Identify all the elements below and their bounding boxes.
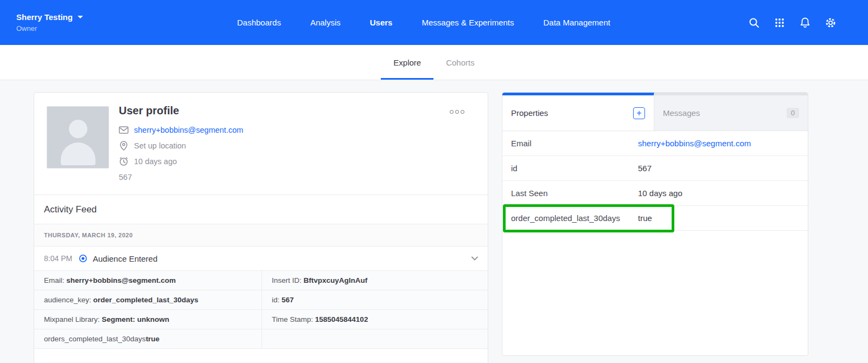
user-profile-card: User profile sherry+bobbins@segment.com …: [34, 92, 488, 363]
profile-last-seen: 10 days ago: [134, 157, 177, 166]
event-detail-cell: Insert ID: BftvpxcuyAgInAuf: [261, 271, 488, 290]
tab-properties-label: Properties: [511, 108, 548, 118]
apps-grid-icon[interactable]: [774, 16, 786, 29]
event-detail-cell: id: 567: [261, 290, 488, 310]
page: Sherry Testing Owner Dashboards Analysis…: [0, 0, 868, 363]
workspace-switcher[interactable]: Sherry Testing Owner: [16, 12, 83, 33]
property-row: Last Seen 10 days ago: [502, 181, 808, 206]
property-row: id 567: [502, 156, 808, 181]
property-value-email-link[interactable]: sherry+bobbins@segment.com: [638, 139, 751, 148]
avatar-head-shape: [69, 120, 87, 138]
profile-user-id: 567: [119, 173, 132, 182]
tab-cohorts-label: Cohorts: [446, 58, 475, 67]
tab-properties[interactable]: Properties +: [502, 93, 654, 131]
property-value: 567: [638, 164, 652, 173]
property-key: id: [511, 164, 638, 173]
property-key: order_completed_last_30days: [511, 213, 638, 223]
caret-down-icon: [78, 16, 83, 18]
main-nav: Dashboards Analysis Users Messages & Exp…: [237, 0, 610, 45]
event-name: Audience Entered: [93, 254, 157, 263]
nav-item-dashboards[interactable]: Dashboards: [237, 18, 281, 27]
tab-cohorts[interactable]: Cohorts: [433, 45, 487, 80]
avatar: [47, 106, 109, 168]
messages-count-badge: 0: [787, 108, 799, 118]
event-detail-cell: [261, 329, 488, 349]
activity-feed-title: Activity Feed: [34, 195, 488, 224]
event-detail-cell: audience_key: order_completed_last_30day…: [34, 290, 261, 310]
location-pin-icon: [119, 141, 129, 151]
property-value: true: [638, 213, 652, 223]
tab-messages-label: Messages: [663, 108, 700, 118]
active-tab-underline: [381, 78, 433, 80]
workspace-name: Sherry Testing: [16, 12, 73, 22]
envelope-icon: [119, 126, 129, 134]
profile-email-link[interactable]: sherry+bobbins@segment.com: [134, 126, 243, 134]
tab-explore-label: Explore: [393, 58, 421, 67]
nav-item-users[interactable]: Users: [370, 18, 393, 27]
event-detail-cell: orders_completed_last_30daystrue: [34, 329, 261, 349]
nav-item-messages-experiments[interactable]: Messages & Experiments: [422, 18, 514, 27]
profile-summary: User profile sherry+bobbins@segment.com …: [34, 93, 488, 195]
chevron-down-icon[interactable]: [471, 256, 478, 261]
workspace-role: Owner: [16, 24, 83, 33]
search-icon[interactable]: [748, 16, 760, 29]
avatar-body-shape: [61, 142, 95, 165]
event-time: 8:04 PM: [44, 254, 76, 263]
header-icons: [748, 0, 837, 45]
more-options-button[interactable]: [450, 110, 464, 114]
profile-title: User profile: [119, 105, 488, 117]
top-navbar: Sherry Testing Owner Dashboards Analysis…: [0, 0, 868, 45]
main-content: User profile sherry+bobbins@segment.com …: [0, 80, 868, 363]
section-tabs: Explore Cohorts: [0, 45, 868, 80]
event-detail-cell: Mixpanel Library: Segment: unknown: [34, 310, 261, 329]
activity-event-row[interactable]: 8:04 PM Audience Entered: [34, 246, 488, 270]
clock-icon: [119, 157, 129, 166]
add-property-button[interactable]: +: [633, 107, 645, 119]
tab-explore[interactable]: Explore: [381, 45, 433, 80]
settings-gear-icon[interactable]: [825, 16, 837, 29]
notifications-bell-icon[interactable]: [799, 16, 811, 29]
event-details-grid: Email: sherry+bobbins@segment.com Insert…: [34, 270, 488, 349]
nav-item-data-management[interactable]: Data Management: [544, 18, 610, 27]
tab-messages[interactable]: Messages 0: [654, 93, 808, 131]
event-detail-cell: Email: sherry+bobbins@segment.com: [34, 271, 261, 290]
properties-table: Email sherry+bobbins@segment.com id 567 …: [502, 131, 808, 231]
property-key: Email: [511, 139, 638, 148]
nav-item-analysis[interactable]: Analysis: [310, 18, 341, 27]
event-detail-cell: Time Stamp: 1585045844102: [261, 310, 488, 329]
profile-location[interactable]: Set up location: [134, 141, 186, 150]
property-row-highlighted: order_completed_last_30days true: [502, 206, 808, 231]
property-row: Email sherry+bobbins@segment.com: [502, 131, 808, 156]
properties-card: Properties + Messages 0 Email sherry+bob…: [502, 92, 808, 356]
property-value: 10 days ago: [638, 189, 682, 198]
event-type-icon: [79, 254, 87, 263]
activity-date-header: THURSDAY, MARCH 19, 2020: [34, 224, 488, 246]
properties-panel-tabs: Properties + Messages 0: [502, 93, 808, 131]
property-key: Last Seen: [511, 189, 638, 198]
